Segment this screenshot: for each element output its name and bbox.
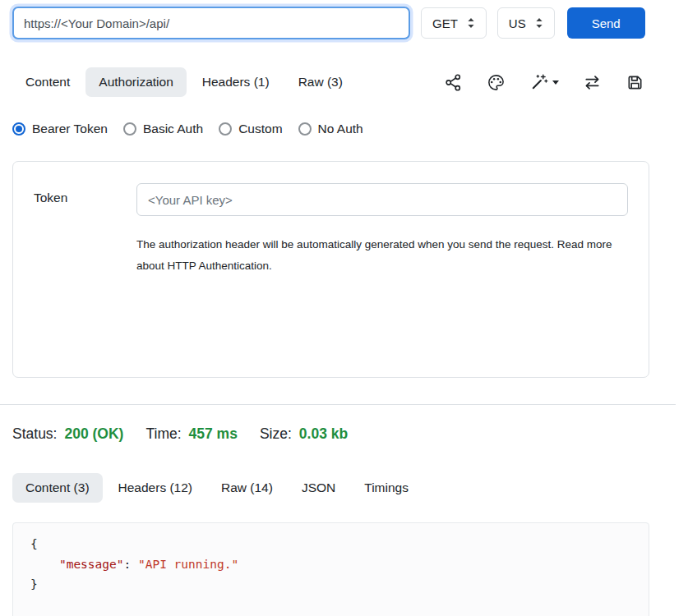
tab-content[interactable]: Content <box>12 67 83 97</box>
send-button[interactable]: Send <box>567 7 645 39</box>
radio-icon <box>12 122 25 136</box>
response-tab-timings[interactable]: Timings <box>351 473 422 503</box>
tab-authorization[interactable]: Authorization <box>85 67 186 97</box>
token-label: Token <box>34 183 136 276</box>
response-tab-raw[interactable]: Raw (14) <box>208 473 286 503</box>
json-brace: { <box>30 537 38 550</box>
auth-help-text: The authorization header will be automat… <box>136 234 628 276</box>
radio-icon <box>298 122 312 136</box>
json-separator: : <box>124 558 138 571</box>
swap-icon[interactable] <box>583 73 602 92</box>
json-string-value: "API running." <box>138 558 238 571</box>
radio-label: Basic Auth <box>143 122 203 136</box>
time-value: 457 ms <box>189 425 238 443</box>
size-label: Size: <box>260 425 292 443</box>
radio-icon <box>219 122 232 136</box>
magic-wand-icon[interactable] <box>529 73 559 92</box>
auth-panel: Token The authorization header will be a… <box>12 161 649 378</box>
token-input[interactable] <box>136 183 628 216</box>
radio-basic-auth[interactable]: Basic Auth <box>123 122 203 136</box>
updown-arrows-icon <box>467 16 475 30</box>
response-tab-headers[interactable]: Headers (12) <box>105 473 205 503</box>
auth-type-options: Bearer Token Basic Auth Custom No Auth <box>12 122 651 136</box>
updown-arrows-icon <box>535 16 543 30</box>
url-input[interactable] <box>12 7 410 39</box>
chevron-down-icon <box>552 80 559 85</box>
request-bar: GET US Send <box>12 7 651 39</box>
toolbar <box>444 73 651 92</box>
response-tab-json[interactable]: JSON <box>289 473 349 503</box>
size-value: 0.03 kb <box>299 425 348 443</box>
method-select[interactable]: GET <box>421 7 487 39</box>
radio-label: Bearer Token <box>32 122 108 136</box>
radio-no-auth[interactable]: No Auth <box>298 122 363 136</box>
response-tabs-row: Content (3) Headers (12) Raw (14) JSON T… <box>12 473 651 503</box>
divider <box>0 404 676 405</box>
response-tab-content[interactable]: Content (3) <box>12 473 103 503</box>
radio-label: No Auth <box>318 122 363 136</box>
radio-bearer-token[interactable]: Bearer Token <box>12 122 108 136</box>
json-brace: } <box>30 577 38 591</box>
status-label: Status: <box>12 425 57 443</box>
response-body[interactable]: { "message": "API running." } <box>12 522 649 616</box>
share-icon[interactable] <box>444 73 463 92</box>
json-indent <box>30 558 59 571</box>
region-select[interactable]: US <box>497 7 555 39</box>
page: GET US Send Content Authorization Header… <box>0 0 651 616</box>
palette-icon[interactable] <box>487 73 506 92</box>
time-label: Time: <box>145 425 181 443</box>
response-status-row: Status: 200 (OK) Time: 457 ms Size: 0.03… <box>12 425 651 443</box>
region-select-value: US <box>509 16 526 30</box>
tab-raw[interactable]: Raw (3) <box>285 67 356 97</box>
json-key: "message" <box>59 558 124 571</box>
radio-icon <box>123 122 136 136</box>
method-select-value: GET <box>432 16 458 30</box>
status-value: 200 (OK) <box>64 425 123 443</box>
radio-custom[interactable]: Custom <box>219 122 282 136</box>
request-tabs-row: Content Authorization Headers (1) Raw (3… <box>12 67 651 97</box>
tab-headers[interactable]: Headers (1) <box>189 67 283 97</box>
save-icon[interactable] <box>626 73 644 92</box>
radio-label: Custom <box>238 122 282 136</box>
